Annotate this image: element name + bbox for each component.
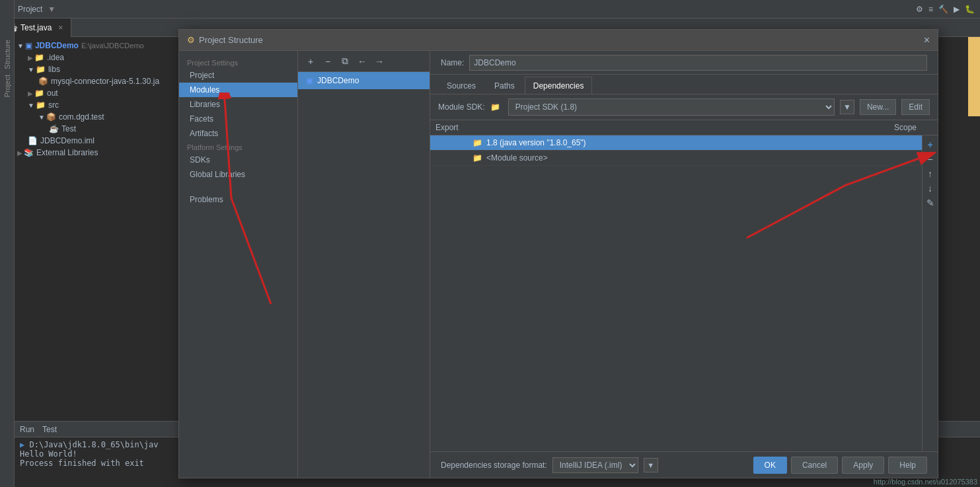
apply-button[interactable]: Apply	[842, 457, 884, 474]
module-toolbar: + − ⧉ ← →	[298, 51, 430, 72]
nav-item-facets[interactable]: Facets	[179, 112, 297, 126]
tree-label: Test	[61, 124, 76, 133]
tree-item-jdbcdemo[interactable]: ▼ ▣ JDBCDemo E:\java\JDBCDemo	[15, 40, 183, 52]
remove-module-btn[interactable]: −	[320, 54, 335, 69]
tree-label: src	[48, 100, 59, 110]
tree-label: JDBCDemo	[35, 41, 79, 50]
edit-dep-btn[interactable]: ✎	[924, 196, 937, 209]
dep-name-text-2: <Module source>	[486, 153, 548, 163]
remove-dep-btn[interactable]: −	[924, 153, 937, 166]
tree-label: .idea	[47, 53, 64, 62]
add-dep-btn[interactable]: +	[924, 138, 937, 151]
tree-label: JDBCDemo.iml	[40, 136, 94, 145]
nav-item-project[interactable]: Project	[179, 68, 297, 83]
tree-item-src[interactable]: ▼ 📁 src	[15, 99, 183, 111]
tree-label: libs	[48, 65, 60, 74]
dialog-title-icon: ⚙	[187, 35, 195, 45]
storage-format-select[interactable]: IntelliJ IDEA (.iml)	[552, 457, 638, 473]
tree-label: External Libraries	[36, 148, 98, 157]
structure-icon[interactable]: ≡	[928, 5, 933, 14]
move-up-dep-btn[interactable]: ↑	[924, 167, 937, 180]
dialog-body: Project Settings Project Modules Librari…	[179, 51, 938, 478]
sidebar-item-project[interactable]: Project	[3, 75, 11, 97]
tree-item-libs[interactable]: ▼ 📁 libs	[15, 63, 183, 75]
libraries-icon: 📚	[24, 148, 34, 157]
nav-item-global-libraries[interactable]: Global Libraries	[179, 167, 297, 182]
tree-item-test-java[interactable]: ☕ Test	[15, 123, 183, 135]
tab-paths[interactable]: Paths	[486, 77, 523, 94]
run-tab-run[interactable]: Run	[20, 425, 34, 434]
nav-item-modules[interactable]: Modules	[179, 83, 297, 97]
tab-close-icon[interactable]: ×	[58, 23, 63, 32]
sdk-edit-btn[interactable]: Edit	[901, 99, 930, 115]
ok-button[interactable]: OK	[753, 457, 787, 474]
arrow-icon: ▶	[28, 90, 33, 97]
nav-item-sdks[interactable]: SDKs	[179, 153, 297, 167]
source-dep-icon: 📁	[472, 153, 482, 163]
add-module-btn[interactable]: +	[303, 54, 318, 69]
module-name-row: Name:	[430, 51, 938, 75]
ide-background: ▣ Project ▼ ⚙ ≡ 🔨 ▶ 🐛 ☕ Test.java × Stru…	[0, 0, 980, 487]
tree-item-package[interactable]: ▼ 📦 com.dgd.test	[15, 111, 183, 123]
module-item-jdbcdemo[interactable]: ▣ JDBCDemo	[298, 72, 430, 89]
dialog-close-button[interactable]: ×	[924, 34, 930, 46]
move-down-dep-btn[interactable]: ↓	[924, 182, 937, 195]
copy-module-btn[interactable]: ⧉	[338, 54, 352, 69]
forward-module-btn[interactable]: →	[372, 54, 387, 69]
sdk-new-btn[interactable]: New...	[860, 99, 896, 115]
sdk-label: Module SDK:	[438, 102, 485, 112]
dialog-bottom-bar: Dependencies storage format: IntelliJ ID…	[430, 451, 938, 478]
run-tab-test[interactable]: Test	[42, 425, 57, 434]
module-tabs: Sources Paths Dependencies	[430, 75, 938, 94]
module-name-input[interactable]	[469, 55, 927, 71]
back-module-btn[interactable]: ←	[355, 54, 369, 69]
debug-icon[interactable]: 🐛	[965, 5, 975, 14]
dep-table-container: 📁 1.8 (java version "1.8.0_65") 📁	[430, 135, 938, 451]
run-icon[interactable]: ▶	[954, 5, 960, 14]
sdk-select[interactable]: Project SDK (1.8)	[508, 98, 835, 116]
name-label: Name:	[441, 58, 464, 67]
project-panel: ▼ ▣ JDBCDemo E:\java\JDBCDemo ▶ 📁 .idea …	[15, 37, 184, 421]
tab-sources[interactable]: Sources	[438, 77, 484, 94]
tree-item-out[interactable]: ▶ 📁 out	[15, 87, 183, 99]
arrow-icon: ▶	[17, 149, 22, 157]
sdk-folder-icon: 📁	[490, 102, 500, 112]
dialog-module-list: + − ⧉ ← → ▣ JDBCDemo	[298, 51, 430, 478]
arrow-icon: ▼	[17, 42, 24, 50]
nav-item-artifacts[interactable]: Artifacts	[179, 126, 297, 141]
left-sidebar: Structure Project	[0, 0, 15, 487]
jar-icon: 📦	[38, 77, 48, 86]
tree-item-iml[interactable]: 📄 JDBCDemo.iml	[15, 135, 183, 147]
tree-label: com.dgd.test	[59, 112, 104, 122]
settings-icon[interactable]: ⚙	[916, 5, 923, 14]
dep-name-text: 1.8 (java version "1.8.0_65")	[486, 138, 586, 147]
tree-item-idea[interactable]: ▶ 📁 .idea	[15, 52, 183, 63]
tree-label: out	[47, 89, 58, 98]
watermark: http://blog.csdn.net/u012075383	[874, 478, 977, 486]
nav-item-libraries[interactable]: Libraries	[179, 97, 297, 112]
tab-dependencies[interactable]: Dependencies	[525, 77, 593, 94]
build-icon[interactable]: 🔨	[938, 5, 948, 14]
help-button[interactable]: Help	[888, 457, 927, 474]
dep-row-jdk[interactable]: 📁 1.8 (java version "1.8.0_65")	[430, 135, 922, 151]
arrow-icon: ▼	[28, 102, 34, 109]
tree-item-external-libs[interactable]: ▶ 📚 External Libraries	[15, 147, 183, 159]
storage-dropdown-btn[interactable]: ▼	[644, 458, 658, 472]
file-icon: 📄	[28, 136, 38, 145]
project-structure-dialog[interactable]: ⚙ Project Structure × Project Settings P…	[178, 29, 938, 478]
storage-label: Dependencies storage format:	[441, 461, 547, 470]
folder-icon: 📁	[36, 65, 46, 74]
arrow-icon: ▼	[38, 114, 45, 121]
nav-item-problems[interactable]: Problems	[179, 192, 297, 207]
dep-row-module-source[interactable]: 📁 <Module source>	[430, 151, 922, 166]
sidebar-item-structure[interactable]: Structure	[3, 40, 11, 69]
cancel-button[interactable]: Cancel	[791, 457, 838, 474]
dialog-nav-panel: Project Settings Project Modules Librari…	[179, 51, 298, 478]
dialog-content-panel: Name: Sources Paths Dependencies Module …	[430, 51, 938, 478]
project-icon: ▣	[25, 41, 32, 50]
project-dropdown-icon[interactable]: ▼	[48, 5, 56, 14]
tree-item-mysql-connector[interactable]: 📦 mysql-connector-java-5.1.30.ja	[15, 75, 183, 87]
sdk-dropdown-btn[interactable]: ▼	[840, 100, 854, 114]
top-bar: ▣ Project ▼ ⚙ ≡ 🔨 ▶ 🐛	[0, 0, 980, 19]
play-icon: ▶	[20, 440, 24, 449]
